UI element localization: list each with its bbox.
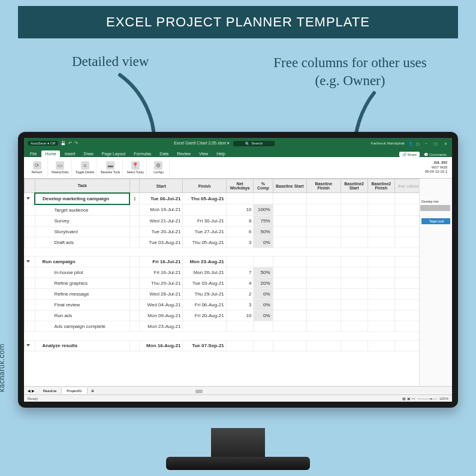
table-row[interactable]: Target audience Mon 19-Jul-21 10 100%: [25, 204, 452, 216]
cell-workdays[interactable]: 8: [226, 215, 254, 226]
cell-finish[interactable]: Tue 07-Sep-21: [183, 340, 226, 351]
cell-finish[interactable]: Fri 30-Jul-21: [183, 215, 226, 226]
cell-start[interactable]: Mon 19-Jul-21: [140, 204, 183, 216]
cell-finish[interactable]: Thu 29-Jul-21: [183, 288, 226, 299]
username-label[interactable]: Kacharuk Marukpitak: [371, 141, 405, 145]
cell-finish[interactable]: Mon 23-Aug-21: [183, 256, 226, 267]
cell-start[interactable]: Wed 21-Jul-21: [140, 215, 183, 226]
table-row[interactable]: Analyze results Mon 16-Aug-21 Tue 07-Sep…: [25, 340, 452, 351]
cell-finish[interactable]: Thu 05-Aug-21: [183, 193, 226, 204]
maximize-button[interactable]: ▢: [433, 141, 439, 146]
tab-insert[interactable]: Insert: [61, 150, 79, 157]
close-button[interactable]: ✕: [442, 141, 448, 146]
cell-start[interactable]: Mon 23-Aug-21: [140, 321, 183, 332]
redo-icon[interactable]: ↷: [74, 141, 78, 146]
cell-workdays[interactable]: [226, 256, 254, 267]
cell-start[interactable]: Thu 29-Jul-21: [140, 278, 183, 288]
cell-finish[interactable]: Tue 03-Aug-21: [183, 278, 226, 288]
collapse-icon[interactable]: [26, 260, 30, 263]
cell-task[interactable]: Ads campaign complete: [35, 321, 129, 332]
undo-icon[interactable]: ↶: [68, 141, 72, 146]
cell-start[interactable]: Fri 16-Jul-21: [140, 256, 183, 267]
filename-label[interactable]: Excel Gantt Chart 2.05.xlsm ▾: [174, 141, 230, 146]
cell-pct[interactable]: 0%: [254, 310, 273, 321]
cell-start[interactable]: Tue 20-Jul-21: [140, 226, 183, 237]
cell-pct[interactable]: 100%: [254, 204, 273, 216]
cell-pct[interactable]: 50%: [254, 226, 273, 237]
table-row[interactable]: Refine message Wed 28-Jul-21 Thu 29-Jul-…: [25, 288, 452, 299]
table-row[interactable]: [25, 248, 452, 256]
col-baseline2-finish[interactable]: Baseline2 Finish: [367, 179, 394, 193]
cell-task[interactable]: Refine graphics: [35, 278, 129, 288]
table-row[interactable]: Develop marketing campaign ▲▼ Tue 06-Jul…: [25, 193, 452, 204]
cell-workdays[interactable]: 3: [226, 237, 254, 248]
search-box[interactable]: 🔍 Search: [233, 141, 275, 146]
cell-workdays[interactable]: 3: [226, 299, 254, 310]
tab-data[interactable]: Data: [156, 150, 172, 157]
cell-pct[interactable]: 50%: [254, 267, 273, 278]
autosave-toggle[interactable]: AutoSave ● Off: [28, 141, 58, 146]
cell-finish[interactable]: Mon 26-Jul-21: [183, 267, 226, 278]
cell-start[interactable]: Tue 03-Aug-21: [140, 237, 183, 248]
cell-workdays[interactable]: [226, 193, 254, 204]
tab-page-layout[interactable]: Page Layout: [98, 150, 129, 157]
ribbon-baseline-tools[interactable]: ▬Baseline Tools: [98, 158, 123, 177]
collapse-icon[interactable]: [26, 344, 30, 347]
cell-finish[interactable]: Tue 27-Jul-21: [183, 226, 226, 237]
spinner-control[interactable]: ▲▼: [133, 196, 136, 201]
cell-finish[interactable]: [183, 321, 226, 332]
tab-home[interactable]: Home: [41, 150, 60, 157]
cell-task[interactable]: Survey: [35, 215, 129, 226]
cell-task[interactable]: In-house pilot: [35, 267, 129, 278]
table-row[interactable]: Final review Wed 04-Aug-21 Fri 06-Aug-21…: [25, 299, 452, 310]
cell-start[interactable]: Fri 16-Jul-21: [140, 267, 183, 278]
cell-start[interactable]: Mon 16-Aug-21: [140, 340, 183, 351]
cell-pct[interactable]: 0%: [254, 288, 273, 299]
ribbon-display-icon[interactable]: ▢: [416, 141, 420, 146]
spreadsheet-grid[interactable]: Task Start Finish Net Workdays % Comp Ba…: [24, 179, 452, 351]
table-row[interactable]: Storyboard Tue 20-Jul-21 Tue 27-Jul-21 6…: [25, 226, 452, 237]
cell-task[interactable]: Target audience: [35, 204, 129, 216]
cell-task[interactable]: Final review: [35, 299, 129, 310]
tab-draw[interactable]: Draw: [80, 150, 97, 157]
sheet-readme[interactable]: Readme: [38, 388, 62, 394]
ribbon-configs[interactable]: ⚙Configs: [148, 158, 170, 177]
col-workdays[interactable]: Net Workdays: [226, 179, 254, 193]
cell-workdays[interactable]: 10: [226, 310, 254, 321]
zoom-label[interactable]: 100%: [439, 397, 448, 400]
cell-start[interactable]: Tue 06-Jul-21: [140, 193, 183, 204]
table-row[interactable]: Run campaign Fri 16-Jul-21 Mon 23-Aug-21: [25, 256, 452, 267]
cell-finish[interactable]: Thu 05-Aug-21: [183, 237, 226, 248]
table-row[interactable]: [25, 332, 452, 340]
tab-review[interactable]: Review: [173, 150, 194, 157]
avatar-icon[interactable]: 👤: [408, 141, 412, 146]
save-icon[interactable]: 💾: [61, 141, 66, 146]
sheet-project01[interactable]: Project01: [62, 388, 87, 394]
cell-finish[interactable]: Fri 06-Aug-21: [183, 299, 226, 310]
cell-workdays[interactable]: 10: [226, 204, 254, 216]
cell-start[interactable]: Wed 28-Jul-21: [140, 288, 183, 299]
cell-task[interactable]: Develop marketing campaign: [35, 193, 129, 204]
tab-view[interactable]: View: [195, 150, 212, 157]
view-buttons[interactable]: ▦ ▣ ▭: [402, 397, 415, 400]
cell-finish[interactable]: [183, 204, 226, 216]
col-task[interactable]: Task: [35, 179, 129, 193]
table-row[interactable]: Ads campaign complete Mon 23-Aug-21: [25, 321, 452, 332]
cell-start[interactable]: Mon 09-Aug-21: [140, 310, 183, 321]
ribbon-weekly-daily[interactable]: ▭Weekly/Daily: [49, 158, 72, 177]
cell-pct[interactable]: 0%: [254, 237, 273, 248]
ribbon-select-today[interactable]: 📍Select Today: [124, 158, 147, 177]
minimize-button[interactable]: −: [423, 141, 429, 145]
col-start[interactable]: Start: [140, 179, 183, 193]
horizontal-scrollbar-thumb[interactable]: [195, 390, 203, 393]
cell-workdays[interactable]: 4: [226, 278, 254, 288]
cell-workdays[interactable]: [226, 340, 254, 351]
col-baseline2-start[interactable]: Baseline2 Start: [341, 179, 367, 193]
table-row[interactable]: Refine graphics Thu 29-Jul-21 Tue 03-Aug…: [25, 278, 452, 288]
cell-task[interactable]: Run ads: [35, 310, 129, 321]
col-baseline-finish[interactable]: Baseline Finish: [307, 179, 341, 193]
cell-workdays[interactable]: 6: [226, 226, 254, 237]
ribbon-refresh[interactable]: ⟳Refresh: [26, 158, 48, 177]
collapse-icon[interactable]: [26, 197, 30, 200]
cell-task[interactable]: Run campaign: [35, 256, 129, 267]
